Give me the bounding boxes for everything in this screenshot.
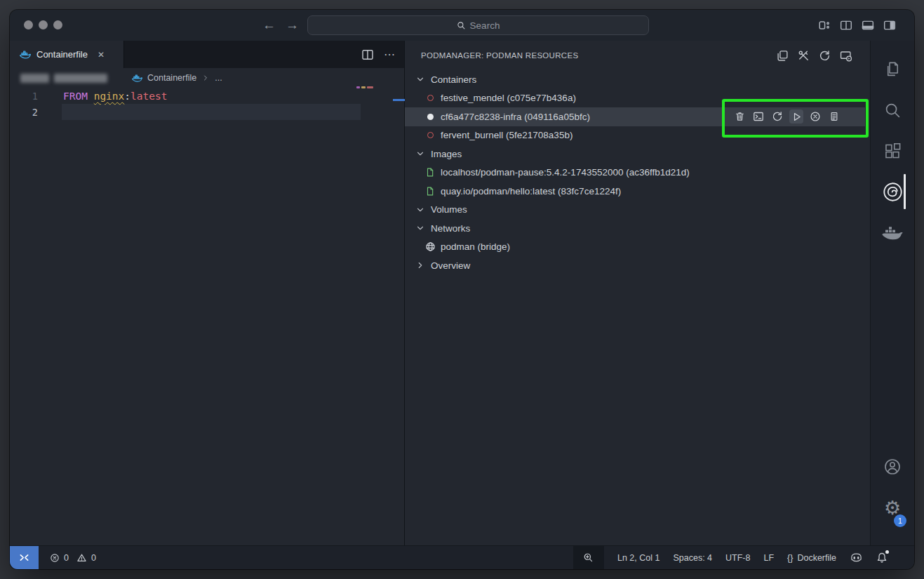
active-view-indicator [904,174,906,209]
redacted-breadcrumb-segment [20,74,49,83]
tools-icon[interactable] [798,50,810,62]
container-stopped-icon [424,95,436,101]
tree-section-overview[interactable]: Overview [405,256,870,275]
editor-group: Containerfile ✕ ⋯ [10,41,405,545]
tab-containerfile[interactable]: Containerfile ✕ [10,41,124,68]
container-stopped-icon [424,132,436,138]
run-compose-icon[interactable] [840,50,852,62]
layout-controls [818,10,896,41]
code-line-1: 1 FROM nginx:latest [10,88,404,104]
notification-dot [885,550,889,554]
activity-podman-icon[interactable] [871,173,914,210]
tree-section-networks[interactable]: Networks [405,219,870,238]
command-center-search[interactable]: Search [307,15,649,35]
language-mode[interactable]: {} Dockerfile [787,553,836,563]
globe-icon [424,241,436,252]
close-tab-icon[interactable]: ✕ [98,50,105,60]
line-number: 2 [10,107,53,118]
tree-item-image-podman-pause[interactable]: localhost/podman-pause:5.4.2-1743552000 … [405,164,870,182]
copilot-icon[interactable] [850,552,863,564]
breadcrumb-symbol[interactable]: ... [215,73,222,83]
tree-section-containers[interactable]: Containers [405,70,870,89]
overview-ruler-cursor [393,99,405,101]
cursor-position[interactable]: Ln 2, Col 1 [617,553,659,563]
activity-search-icon[interactable] [871,92,914,128]
breadcrumb-file[interactable]: Containerfile [147,73,196,83]
warnings-icon [76,553,87,563]
tree-section-images[interactable]: Images [405,145,870,164]
activity-bar: ⚙ 1 [870,41,914,545]
line-number: 1 [10,91,53,102]
split-editor-icon[interactable] [361,48,374,61]
customize-layout-icon[interactable] [818,19,831,32]
close-window-button[interactable] [24,20,33,29]
forward-icon[interactable]: → [286,18,299,33]
accounts-icon[interactable] [871,448,914,485]
panel-header: PODMANAGER: PODMAN RESOURCES [405,41,870,70]
encoding[interactable]: UTF-8 [725,553,750,563]
vscode-window: ← → Search [10,10,914,569]
tab-label: Containerfile [36,49,88,60]
chevron-right-icon [415,260,426,270]
annotation-highlight-box [722,99,869,138]
activity-docker-icon[interactable] [871,215,914,251]
split-editor-layout-icon[interactable] [840,19,852,32]
search-placeholder: Search [470,20,500,31]
code-text: FROM nginx:latest [53,91,167,102]
image-file-icon [424,167,436,178]
tree-item-image-hello[interactable]: quay.io/podman/hello:latest (83fc7ce1224… [405,182,870,201]
toggle-panel-icon[interactable] [862,19,874,32]
desktop-background: ← → Search [0,0,924,579]
code-editor[interactable]: 1 FROM nginx:latest 2 [10,88,404,120]
refresh-icon[interactable] [819,50,831,62]
docker-whale-icon [132,74,142,83]
errors-icon [50,553,60,563]
chevron-right-icon [201,74,210,82]
settings-badge: 1 [894,514,906,527]
more-actions-icon[interactable]: ⋯ [384,48,396,61]
chevron-down-icon [415,149,426,159]
tree-item-network-podman[interactable]: podman (bridge) [405,238,870,257]
toggle-secondary-sidebar-icon[interactable] [883,19,896,32]
errors-count: 0 [64,553,69,563]
status-bar: 0 0 Ln 2, Col 1 Spaces: 4 UTF-8 LF {} [10,545,914,569]
tab-bar: Containerfile ✕ ⋯ [10,41,404,68]
tree-section-volumes[interactable]: Volumes [405,201,870,220]
activity-explorer-icon[interactable] [871,51,914,88]
image-file-icon [424,186,436,197]
status-right: Ln 2, Col 1 Spaces: 4 UTF-8 LF {} Docker… [573,546,888,569]
remote-indicator[interactable] [10,546,39,569]
chevron-down-icon [415,205,426,215]
eol-sequence[interactable]: LF [763,553,774,563]
minimize-window-button[interactable] [39,20,48,29]
notifications-bell-icon[interactable] [876,552,888,564]
code-line-2: 2 [10,104,404,120]
problems-indicator[interactable]: 0 0 [50,553,96,563]
chevron-down-icon [415,74,426,84]
search-icon [457,21,466,30]
minimap[interactable] [356,86,373,89]
zoom-in-icon [583,552,594,563]
open-in-new-window-icon[interactable] [777,50,789,62]
screencast-zoom-button[interactable] [573,546,604,569]
maximize-window-button[interactable] [53,20,62,29]
titlebar: ← → Search [10,10,914,41]
container-running-icon [424,114,436,120]
editor-actions: ⋯ [361,41,396,68]
warnings-count: 0 [91,553,96,563]
panel-actions [777,50,852,62]
indentation[interactable]: Spaces: 4 [673,553,712,563]
breadcrumb: Containerfile ... [10,68,404,88]
docker-whale-icon [20,50,31,60]
traffic-lights [24,20,62,29]
panel-title: PODMANAGER: PODMAN RESOURCES [421,51,777,60]
history-nav: ← → [262,10,299,41]
redacted-breadcrumb-segment [54,74,107,83]
settings-gear-icon[interactable]: ⚙ 1 [871,489,914,526]
braces-icon: {} [787,553,793,563]
chevron-down-icon [415,223,426,233]
activity-extensions-icon[interactable] [871,133,914,169]
back-icon[interactable]: ← [262,18,276,33]
